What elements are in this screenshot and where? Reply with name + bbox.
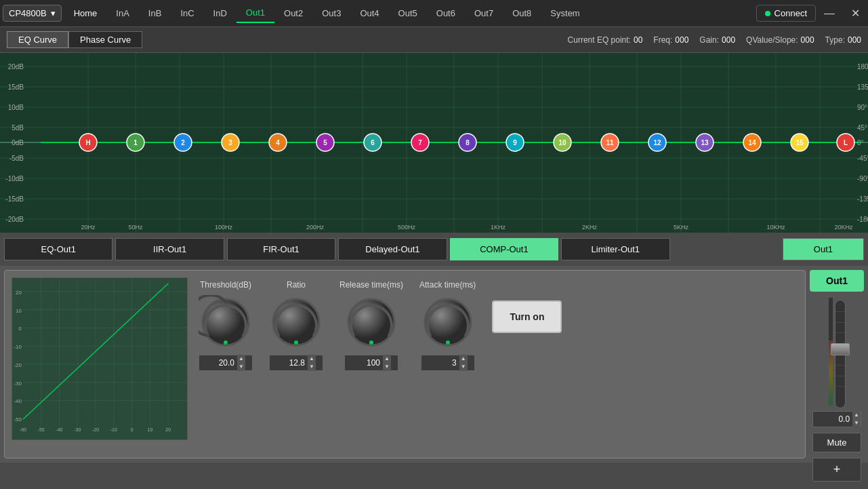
comp-out1-tab[interactable]: COMP-Out1 (450, 238, 558, 260)
volume-up[interactable]: ▲ (852, 411, 861, 419)
svg-text:-20dB: -20dB (5, 216, 24, 223)
svg-text:1KHz: 1KHz (491, 224, 506, 231)
turn-on-button[interactable]: Turn on (492, 300, 562, 333)
nav-out8[interactable]: Out8 (503, 4, 541, 22)
fader-thumb[interactable] (831, 343, 850, 355)
mute-button[interactable]: Mute (812, 433, 861, 452)
iir-out1-tab[interactable]: IIR-Out1 (115, 238, 224, 260)
connect-status-dot (765, 11, 770, 16)
eq-out1-tab[interactable]: EQ-Out1 (4, 238, 112, 260)
svg-point-128 (446, 340, 450, 345)
release-down[interactable]: ▼ (383, 363, 391, 371)
svg-text:100Hz: 100Hz (215, 224, 233, 231)
release-knob[interactable] (344, 295, 398, 349)
minimize-button[interactable]: — (816, 3, 843, 24)
release-input[interactable] (345, 357, 383, 369)
nav-out5[interactable]: Out5 (389, 4, 427, 22)
ratio-input[interactable] (270, 357, 308, 369)
nav-out2[interactable]: Out2 (274, 4, 312, 22)
svg-text:-40: -40 (14, 398, 22, 404)
nav-out3[interactable]: Out3 (312, 4, 350, 22)
fader-track[interactable] (835, 300, 846, 408)
svg-text:20dB: 20dB (8, 63, 24, 71)
nav-out6[interactable]: Out6 (427, 4, 465, 22)
svg-text:-50: -50 (38, 427, 45, 432)
connect-button[interactable]: Connect (756, 5, 816, 22)
svg-text:-20: -20 (14, 362, 22, 368)
right-panel: Out1 (810, 270, 864, 458)
ratio-group: Ratio (269, 280, 323, 371)
threshold-down[interactable]: ▼ (237, 363, 245, 371)
ratio-label: Ratio (287, 280, 306, 290)
release-value-wrap[interactable]: ▲ ▼ (344, 355, 398, 371)
svg-text:-30: -30 (74, 427, 81, 432)
svg-text:180°: 180° (857, 63, 868, 71)
release-spinner[interactable]: ▲ ▼ (383, 355, 391, 371)
threshold-value-wrap[interactable]: ▲ ▼ (199, 355, 253, 371)
nav-inB[interactable]: InB (139, 4, 171, 22)
attack-up[interactable]: ▲ (459, 355, 468, 363)
volume-down[interactable]: ▼ (852, 419, 861, 427)
svg-text:14: 14 (748, 139, 756, 146)
attack-spinner[interactable]: ▲ ▼ (459, 355, 468, 371)
limiter-out1-tab[interactable]: Limiter-Out1 (561, 238, 669, 260)
ratio-value-wrap[interactable]: ▲ ▼ (269, 355, 323, 371)
svg-text:-5dB: -5dB (9, 155, 24, 162)
svg-text:-40: -40 (56, 427, 62, 432)
nav-system[interactable]: System (541, 4, 589, 22)
svg-text:-20: -20 (92, 427, 99, 432)
connect-label: Connect (774, 8, 807, 18)
ratio-spinner[interactable]: ▲ ▼ (308, 355, 316, 371)
attack-knob[interactable] (421, 295, 475, 349)
phase-curve-tab[interactable]: Phase Curve (68, 31, 142, 48)
attack-label: Attack time(ms) (419, 280, 476, 290)
ratio-knob[interactable] (269, 295, 323, 349)
nav-inC[interactable]: InC (171, 4, 203, 22)
nav-inD[interactable]: InD (204, 4, 236, 22)
device-dropdown-icon: ▾ (51, 8, 56, 18)
ratio-down[interactable]: ▼ (308, 363, 316, 371)
svg-text:11: 11 (606, 139, 614, 146)
svg-text:135°: 135° (857, 83, 868, 91)
attack-value-wrap[interactable]: ▲ ▼ (421, 355, 475, 371)
close-button[interactable]: ✕ (843, 3, 868, 24)
gain-label: Gain: 000 (699, 35, 735, 45)
nav-home[interactable]: Home (64, 4, 107, 22)
svg-point-122 (224, 340, 228, 345)
svg-text:2KHz: 2KHz (582, 224, 598, 231)
eq-info: Current EQ point: 00 Freq: 000 Gain: 000… (568, 35, 861, 45)
delayed-out1-tab[interactable]: Delayed-Out1 (338, 238, 447, 260)
fir-out1-tab[interactable]: FIR-Out1 (227, 238, 335, 260)
svg-text:0: 0 (131, 427, 133, 432)
nav-out1[interactable]: Out1 (236, 3, 274, 23)
module-tabs: EQ-Out1 IIR-Out1 FIR-Out1 Delayed-Out1 C… (0, 233, 868, 266)
nav-out4[interactable]: Out4 (350, 4, 388, 22)
attack-down[interactable]: ▼ (459, 363, 468, 371)
svg-text:9: 9 (513, 139, 517, 146)
eq-curve-tab[interactable]: EQ Curve (7, 31, 68, 48)
eq-chart[interactable]: 20dB 15dB 10dB 5dB 0dB -5dB -10dB -15dB … (0, 53, 868, 233)
svg-text:3: 3 (228, 139, 232, 146)
attack-input[interactable] (421, 357, 459, 369)
threshold-knob[interactable] (199, 295, 253, 349)
svg-text:L: L (844, 139, 848, 146)
plus-button[interactable]: + (812, 458, 861, 482)
device-selector[interactable]: CP4800B ▾ (3, 5, 62, 22)
gain-value: 000 (722, 35, 735, 45)
svg-text:-180°: -180° (857, 216, 868, 223)
svg-rect-88 (12, 278, 187, 439)
qvalue-label: QValue/Slope: 000 (746, 35, 814, 45)
release-up[interactable]: ▲ (383, 355, 391, 363)
threshold-input[interactable] (199, 357, 237, 369)
nav-inA[interactable]: InA (106, 4, 139, 22)
release-group: Release time(ms) (339, 280, 403, 371)
volume-spinner[interactable]: ▲ ▼ (852, 411, 861, 427)
svg-text:8: 8 (466, 139, 470, 146)
nav-out7[interactable]: Out7 (465, 4, 503, 22)
device-name: CP4800B (9, 8, 47, 18)
threshold-up[interactable]: ▲ (237, 355, 245, 363)
threshold-spinner[interactable]: ▲ ▼ (237, 355, 245, 371)
svg-text:10KHz: 10KHz (766, 224, 785, 231)
ratio-up[interactable]: ▲ (308, 355, 316, 363)
type-label: Type: 000 (825, 35, 861, 45)
